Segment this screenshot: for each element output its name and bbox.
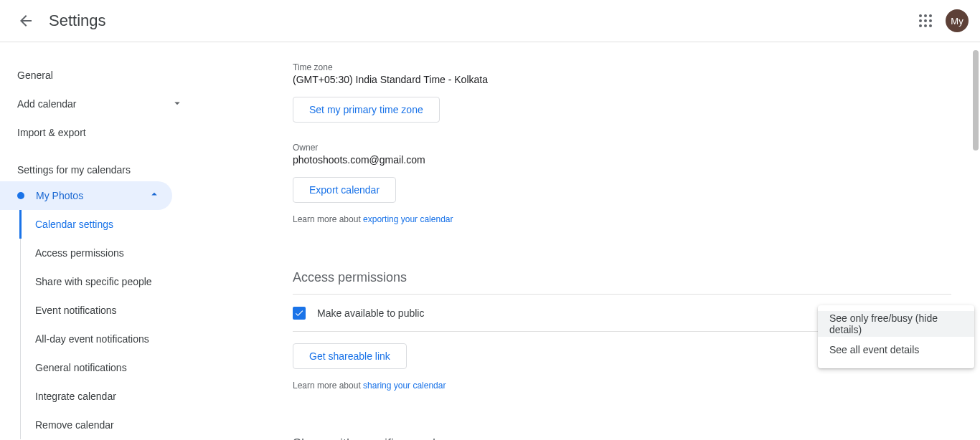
learn-more-prefix: Learn more about bbox=[293, 381, 363, 391]
subnav-calendar-settings[interactable]: Calendar settings bbox=[19, 210, 201, 239]
learn-more-share-link[interactable]: sharing your calendar bbox=[363, 381, 446, 391]
google-apps-button[interactable] bbox=[911, 6, 940, 35]
learn-more-export: Learn more about exporting your calendar bbox=[293, 214, 951, 224]
settings-content: Time zone (GMT+05:30) India Standard Tim… bbox=[201, 42, 980, 440]
subnav-remove-calendar[interactable]: Remove calendar bbox=[21, 411, 201, 439]
subnav-integrate-calendar[interactable]: Integrate calendar bbox=[21, 382, 201, 411]
scrollbar-thumb[interactable] bbox=[973, 50, 979, 150]
subnav-event-notifications[interactable]: Event notifications bbox=[21, 296, 201, 325]
account-avatar[interactable]: My bbox=[946, 9, 969, 32]
subnav-label: Remove calendar bbox=[35, 419, 114, 431]
dropdown-option-all-details[interactable]: See all event details bbox=[818, 337, 974, 363]
learn-more-prefix: Learn more about bbox=[293, 214, 363, 224]
learn-more-export-link[interactable]: exporting your calendar bbox=[363, 214, 453, 224]
timezone-label: Time zone bbox=[293, 62, 951, 72]
apps-grid-icon bbox=[919, 14, 932, 27]
sidebar-item-label: My Photos bbox=[36, 190, 83, 201]
sidebar-calendar-my-photos[interactable]: My Photos bbox=[0, 181, 172, 210]
subnav-access-permissions[interactable]: Access permissions bbox=[21, 239, 201, 267]
checkmark-icon bbox=[294, 308, 304, 318]
subnav-label: Calendar settings bbox=[35, 219, 113, 230]
owner-value: photoshoots.com@gmail.com bbox=[293, 154, 951, 166]
subnav-share-with[interactable]: Share with specific people bbox=[21, 267, 201, 296]
sidebar-sublist: Calendar settings Access permissions Sha… bbox=[20, 210, 201, 439]
subnav-label: Access permissions bbox=[35, 247, 124, 259]
sidebar-item-label: Add calendar bbox=[17, 98, 77, 110]
sidebar-heading-my-calendars: Settings for my calendars bbox=[0, 147, 201, 181]
subnav-general-notifications[interactable]: General notifications bbox=[21, 353, 201, 382]
back-button[interactable] bbox=[11, 6, 40, 35]
chevron-up-icon bbox=[148, 188, 161, 204]
section-title-share-with-people: Share with specific people bbox=[293, 436, 951, 440]
get-shareable-link-button[interactable]: Get shareable link bbox=[293, 343, 407, 369]
subnav-label: All-day event notifications bbox=[35, 333, 149, 345]
timezone-value: (GMT+05:30) India Standard Time - Kolkat… bbox=[293, 74, 951, 85]
owner-label: Owner bbox=[293, 143, 951, 153]
subnav-label: Event notifications bbox=[35, 305, 117, 316]
sidebar-item-general[interactable]: General bbox=[0, 61, 201, 90]
page-title: Settings bbox=[49, 11, 106, 30]
settings-sidebar: General Add calendar Import & export Set… bbox=[0, 42, 201, 440]
arrow-left-icon bbox=[17, 12, 34, 29]
set-primary-timezone-button[interactable]: Set my primary time zone bbox=[293, 97, 440, 123]
calendar-color-dot bbox=[17, 192, 24, 199]
app-header: Settings My bbox=[0, 0, 980, 42]
subnav-label: Share with specific people bbox=[35, 276, 152, 287]
make-public-checkbox[interactable] bbox=[293, 307, 306, 320]
make-public-label: Make available to public bbox=[317, 307, 424, 319]
chevron-down-icon bbox=[171, 97, 184, 112]
export-calendar-button[interactable]: Export calendar bbox=[293, 177, 396, 203]
learn-more-share: Learn more about sharing your calendar bbox=[293, 381, 951, 391]
sidebar-item-label: General bbox=[17, 70, 53, 81]
dropdown-option-free-busy[interactable]: See only free/busy (hide details) bbox=[818, 311, 974, 337]
subnav-label: Integrate calendar bbox=[35, 391, 116, 402]
visibility-dropdown-menu: See only free/busy (hide details) See al… bbox=[818, 305, 974, 368]
subnav-allday-notifications[interactable]: All-day event notifications bbox=[21, 325, 201, 353]
body-area: General Add calendar Import & export Set… bbox=[0, 42, 980, 440]
sidebar-item-import-export[interactable]: Import & export bbox=[0, 118, 201, 147]
section-title-access-permissions: Access permissions bbox=[293, 270, 951, 295]
sidebar-item-label: Import & export bbox=[17, 127, 86, 138]
subnav-label: General notifications bbox=[35, 362, 127, 373]
sidebar-item-add-calendar[interactable]: Add calendar bbox=[0, 90, 201, 118]
